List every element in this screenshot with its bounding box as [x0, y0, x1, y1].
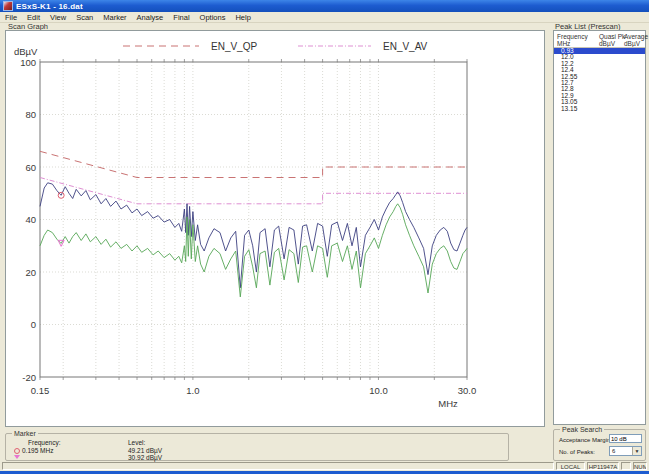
marker1-frequency: 0.195 MHz — [22, 447, 53, 454]
col-quasi-pk: Quasi Pk — [599, 33, 625, 40]
peak-search-title: Peak Search — [560, 426, 604, 434]
marker-frequency-header: Frequency: — [28, 439, 61, 446]
limit-line-en_v_qp — [40, 151, 467, 177]
status-num-cell: NUM — [633, 462, 647, 470]
menu-final[interactable]: Final — [168, 13, 194, 22]
marker-level-header: Level: — [128, 439, 145, 446]
col-frequency: Frequency — [557, 33, 588, 40]
peak-list-row[interactable]: 13.15 — [554, 106, 645, 112]
menu-analyse[interactable]: Analyse — [132, 13, 169, 22]
status-device-cell: HP11947A — [587, 462, 619, 470]
legend-label-en_v_qp: EN_V_QP — [211, 41, 257, 52]
menu-view[interactable]: View — [45, 13, 71, 22]
limit-line-en_v_av — [40, 178, 467, 204]
marker-panel-title: Marker — [12, 430, 38, 438]
chevron-down-icon[interactable]: ▼ — [632, 447, 641, 455]
x-tick-label: 30.0 — [458, 385, 477, 396]
peak-list-rows: 0.9312.012.212.412.5512.712.812.913.0513… — [554, 48, 645, 112]
peaks-count-value: 6 — [612, 448, 615, 454]
col-frequency-unit: MHz — [557, 40, 570, 47]
col-average: Average — [624, 33, 648, 40]
title-bar: ESxS-K1 - 16.dat — [0, 0, 649, 12]
acceptance-margin-input[interactable] — [609, 434, 642, 443]
y-tick-label: 60 — [25, 162, 36, 173]
scan-chart[interactable]: 100806040200-200.151.010.030.0MHzdBµVEN_… — [6, 31, 544, 426]
scan-graph-panel: 100806040200-200.151.010.030.0MHzdBµVEN_… — [5, 30, 545, 427]
menu-marker[interactable]: Marker — [98, 13, 131, 22]
marker2-level: 30.92 dBµV — [128, 454, 162, 461]
marker-panel: Marker Frequency: Level: 0.195 MHz 49.21… — [5, 433, 509, 461]
menu-help[interactable]: Help — [230, 13, 255, 22]
window-title: ESxS-K1 - 16.dat — [16, 2, 83, 11]
marker1-level: 49.21 dBµV — [128, 447, 162, 454]
y-tick-label: 0 — [31, 319, 36, 330]
peaks-count-label: No. of Peaks: — [559, 449, 595, 455]
y-tick-label: -20 — [22, 372, 36, 383]
y-tick-label: 80 — [25, 109, 36, 120]
app-window: ESxS-K1 - 16.dat FileEditViewScanMarkerA… — [0, 0, 649, 474]
status-bar: LOCAL HP11947A NUM — [0, 462, 649, 471]
peak-list: Frequency Quasi Pk Average MHz dBµV dBµV… — [553, 30, 646, 425]
triangle-marker-icon — [14, 455, 20, 459]
menu-options[interactable]: Options — [195, 13, 231, 22]
menu-edit[interactable]: Edit — [22, 13, 45, 22]
x-tick-label: 1.0 — [186, 385, 199, 396]
circle-marker-icon — [14, 448, 20, 454]
col-average-unit: dBµV — [624, 40, 640, 47]
legend-label-en_v_av: EN_V_AV — [383, 41, 428, 52]
menu-scan[interactable]: Scan — [71, 13, 98, 22]
status-message-cell — [2, 462, 554, 470]
status-empty-cell — [621, 462, 631, 470]
x-tick-label: 10.0 — [369, 385, 388, 396]
status-local-cell: LOCAL — [556, 462, 585, 470]
menu-bar: FileEditViewScanMarkerAnalyseFinalOption… — [0, 12, 649, 23]
acceptance-margin-label: Acceptance Margin: — [559, 437, 612, 443]
peak-search-panel: Peak Search Acceptance Margin: No. of Pe… — [553, 429, 646, 461]
y-tick-label: 100 — [20, 57, 36, 68]
y-axis-label: dBµV — [14, 46, 38, 57]
app-icon — [3, 1, 13, 11]
x-tick-label: 0.15 — [31, 385, 50, 396]
y-tick-label: 40 — [25, 214, 36, 225]
peaks-count-combo[interactable]: 6 ▼ — [609, 446, 642, 456]
menu-file[interactable]: File — [0, 13, 22, 22]
x-axis-label: MHz — [438, 398, 458, 409]
col-quasi-pk-unit: dBµV — [599, 40, 615, 47]
y-tick-label: 20 — [25, 267, 36, 278]
